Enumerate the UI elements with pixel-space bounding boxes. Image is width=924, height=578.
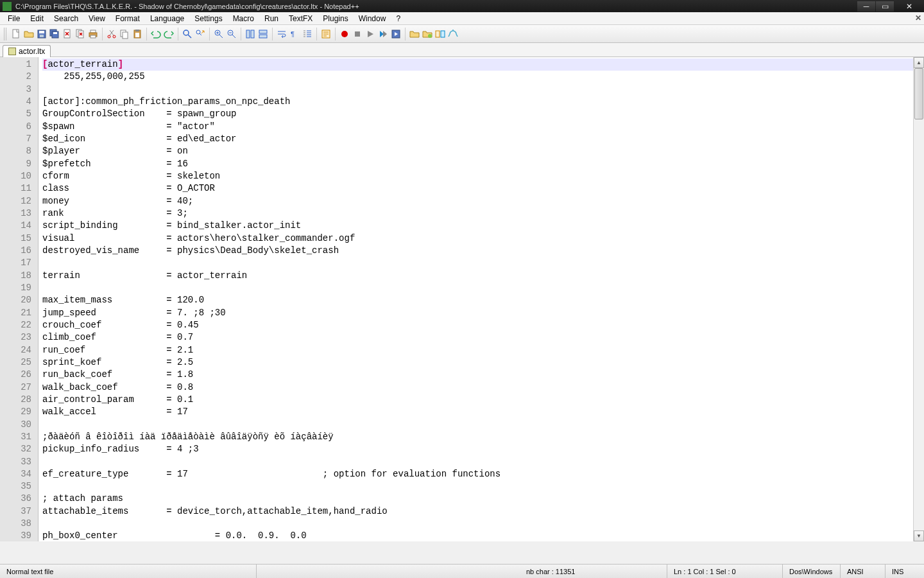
svg-rect-12 [90,35,96,38]
save-all-icon[interactable] [49,28,60,40]
code-line[interactable]: [actor_terrain] [42,58,913,71]
code-line[interactable] [42,456,913,468]
new-file-icon[interactable] [10,28,22,40]
toolbar-compare-icon[interactable] [434,28,446,40]
toolbar-folder2-icon[interactable] [422,28,433,40]
code-line[interactable] [42,83,913,96]
menu-macro[interactable]: Macro [228,13,259,24]
macro-save-icon[interactable] [390,28,402,40]
sync-vertical-icon[interactable] [244,28,256,40]
scroll-up-button[interactable]: ▲ [914,57,924,68]
code-line[interactable]: ph_box0_center = 0.0. 0.9. 0.0 [42,530,913,541]
redo-icon[interactable] [163,28,175,40]
zoom-in-icon[interactable] [213,28,225,40]
svg-rect-18 [135,30,139,31]
toolbar: ¶ [0,25,924,43]
menu-run[interactable]: Run [259,13,284,24]
menu-language[interactable]: Language [145,13,189,24]
tab-actor-ltx[interactable]: actor.ltx [3,45,51,57]
menu-format[interactable]: Format [110,13,145,24]
menu-search[interactable]: Search [49,13,83,24]
show-chars-icon[interactable]: ¶ [289,28,300,40]
code-line[interactable]: $spawn = "actor" [42,121,913,133]
code-line[interactable]: air_control_param = 0.1 [42,394,913,406]
code-line[interactable]: rank = 3; [42,207,913,220]
copy-icon[interactable] [119,28,130,40]
menu-settings[interactable]: Settings [189,13,227,24]
zoom-out-icon[interactable] [226,28,237,40]
menu-file[interactable]: File [3,13,25,24]
code-line[interactable]: destroyed_vis_name = physics\Dead_Body\s… [42,245,913,257]
cut-icon[interactable] [106,28,117,40]
status-cursor-position: Ln : 1 Col : 1 Sel : 0 [667,565,783,578]
code-line[interactable]: $prefetch = 16 [42,158,913,170]
code-line[interactable]: script_binding = bind_stalker.actor_init [42,220,913,232]
macro-stop-icon[interactable] [352,28,363,40]
code-line[interactable]: max_item_mass = 120.0 [42,294,913,306]
code-line[interactable] [42,480,913,493]
undo-icon[interactable] [150,28,162,40]
code-line[interactable] [42,257,913,269]
close-window-button[interactable]: ✕ [894,1,924,12]
macro-play-icon[interactable] [364,28,376,40]
code-line[interactable]: terrain = actor_terrain [42,270,913,282]
macro-play-multi-icon[interactable] [377,28,389,40]
close-file-icon[interactable] [62,28,73,40]
scroll-thumb[interactable] [914,68,923,119]
menu-window[interactable]: Window [354,13,391,24]
code-line[interactable] [42,419,913,431]
code-line[interactable]: pickup_info_radius = 4 ;3 [42,443,913,455]
code-line[interactable]: jump_speed = 7. ;8 ;30 [42,307,913,319]
code-line[interactable]: run_back_coef = 1.8 [42,369,913,381]
code-line[interactable]: $ed_icon = ed\ed_actor [42,133,913,145]
find-icon[interactable] [182,28,193,40]
close-document-button[interactable]: ✕ [915,13,921,22]
code-line[interactable]: class = O_ACTOR [42,182,913,195]
menu-help[interactable]: ? [391,13,406,24]
code-line[interactable]: GroupControlSection = spawn_group [42,108,913,120]
scroll-down-button[interactable]: ▼ [914,530,924,541]
maximize-button[interactable]: ▭ [876,1,894,12]
code-line[interactable]: visual = actors\hero\stalker_commander.o… [42,232,913,245]
code-line[interactable]: attachable_items = device_torch,attachab… [42,505,913,518]
menu-textfx[interactable]: TextFX [284,13,318,24]
menu-view[interactable]: View [83,13,110,24]
save-icon[interactable] [36,28,47,40]
code-line[interactable]: 255,255,000,255 [42,71,913,83]
word-wrap-icon[interactable] [276,28,287,40]
code-line[interactable] [42,282,913,294]
menu-edit[interactable]: Edit [25,13,49,24]
code-line[interactable]: money = 40; [42,195,913,207]
code-line[interactable]: cform = skeleton [42,170,913,182]
svg-rect-24 [246,30,250,38]
code-line[interactable]: sprint_koef = 2.5 [42,356,913,369]
code-line[interactable]: climb_coef = 0.7 [42,331,913,344]
replace-icon[interactable] [194,28,206,40]
menu-plugins[interactable]: Plugins [318,13,353,24]
close-all-icon[interactable] [74,28,86,40]
code-line[interactable]: ;ðàäèóñ â êîòîðîì íàä ïðåäìåòàìè âûâîäÿò… [42,431,913,443]
paste-icon[interactable] [132,28,143,40]
print-icon[interactable] [87,28,99,40]
status-bar: Normal text file nb char : 11351 Ln : 1 … [0,564,924,578]
code-line[interactable]: walk_accel = 17 [42,406,913,418]
code-line[interactable]: $player = on [42,145,913,157]
macro-record-icon[interactable] [339,28,350,40]
code-line[interactable]: [actor]:common_ph_friction_params_on_npc… [42,96,913,108]
code-line[interactable]: ef_creature_type = 17 ; option for evalu… [42,468,913,480]
toolbar-plugin-icon[interactable] [447,28,459,40]
code-line[interactable]: crouch_coef = 0.45 [42,319,913,331]
indent-guide-icon[interactable] [302,28,313,40]
code-line[interactable]: run_coef = 2.1 [42,344,913,356]
sync-horizontal-icon[interactable] [257,28,269,40]
vertical-scrollbar[interactable]: ▲ ▼ [913,57,924,541]
code-editor[interactable]: [actor_terrain] 255,255,000,255[actor]:c… [38,57,913,541]
app-icon [3,2,12,11]
code-line[interactable] [42,518,913,530]
open-file-icon[interactable] [23,28,35,40]
user-lang-icon[interactable] [320,28,332,40]
code-line[interactable]: walk_back_coef = 0.8 [42,381,913,394]
toolbar-folder1-icon[interactable] [409,28,420,40]
minimize-button[interactable]: ─ [857,1,875,12]
code-line[interactable]: ; attach params [42,493,913,505]
